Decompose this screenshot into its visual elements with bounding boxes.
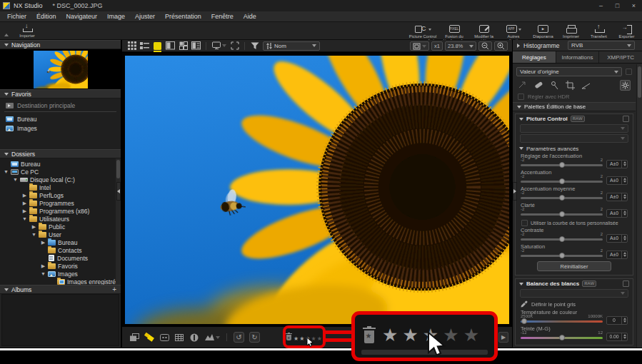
white-balance-checkbox[interactable] [623,280,629,287]
remove-rating-icon[interactable]: ★ [363,326,376,344]
palettes-header[interactable]: Palettes Édition de base [513,102,636,111]
crop-icon[interactable] [566,81,575,90]
slider-track[interactable] [521,213,603,216]
tree-scrollbar-thumb[interactable] [116,160,120,178]
zoom-level-select[interactable]: 23.8% [445,41,476,51]
import-button[interactable]: Importer [11,24,43,38]
slider-track[interactable] [521,197,603,199]
dossiers-header[interactable]: Dossiers [0,149,121,158]
spinner[interactable] [621,251,627,258]
monitor-caret-icon[interactable] [222,44,226,47]
imprimer-button[interactable]: Imprimer [557,24,585,39]
expand-arrow-icon[interactable]: ▶ [22,207,27,215]
expand-arrow-icon[interactable]: ▶ [41,262,46,270]
retouch-brush-icon[interactable] [533,81,543,90]
slider-track[interactable] [521,255,603,257]
slider-thumb[interactable] [559,195,565,201]
tree-item-images-enregistrees[interactable]: Images enregistrées [0,278,121,285]
picture-control-sub-select[interactable] [520,134,628,143]
tree-item-bureau[interactable]: Bureau [0,160,121,168]
expand-arrow-icon[interactable] [517,44,520,48]
picture-control-select[interactable] [520,124,628,133]
navigation-header[interactable]: Navigation [0,40,121,49]
slider-thumb[interactable] [559,162,565,168]
tint-slider[interactable] [521,337,603,339]
navigation-preview[interactable] [0,49,121,89]
thumbnail-grid-view-icon[interactable] [127,41,136,51]
reset-button[interactable]: Réinitialiser [537,261,611,271]
preset-checkbox[interactable] [626,69,632,75]
star-2[interactable]: ★ [402,325,418,345]
label-tags-icon[interactable] [144,333,154,343]
sort-select[interactable]: Nom [263,41,320,51]
spinner[interactable] [621,235,627,242]
collapse-arrow-icon[interactable]: ▼ [13,176,18,183]
slider-value[interactable]: A±0 [606,193,628,201]
favoris-item-destination-principale[interactable]: Destination principale [0,101,121,110]
transfert-button[interactable]: Transfert [585,24,613,39]
tree-item-utilisateurs[interactable]: ▼Utilisateurs [0,215,121,223]
collapse-arrow-icon[interactable]: ▼ [4,168,9,176]
temperature-value[interactable]: 0 [606,316,628,325]
favoris-header[interactable]: Favoris [0,89,121,98]
maximize-button[interactable]: □ [609,0,626,11]
close-button[interactable]: × [626,0,642,11]
fit-screen-button[interactable] [410,41,429,51]
image-view-icon[interactable] [153,41,162,51]
image-filmstrip-view-icon[interactable] [166,41,175,51]
tab-xmp-iptc[interactable]: XMP/IPTC [599,51,642,63]
star-5[interactable]: ★ [463,325,479,345]
star-2[interactable]: ★ [299,335,304,342]
menu-ajuster[interactable]: Ajuster [130,11,160,21]
spinner[interactable] [621,161,627,168]
spinner[interactable] [621,317,627,324]
split-list-view-icon[interactable] [191,41,201,51]
menu-aide[interactable]: Aide [239,11,261,21]
toolbar-collapse-icon[interactable] [4,34,9,36]
collapse-arrow-icon[interactable]: ▼ [31,231,36,238]
straighten-icon[interactable] [581,81,591,90]
slider-track[interactable] [521,164,603,166]
info-overlay-icon[interactable] [189,333,199,343]
custom-curve-checkbox[interactable] [521,220,528,226]
metadata-grid-icon[interactable] [174,333,184,343]
hdr-checkbox[interactable] [518,93,524,100]
slider-value[interactable]: A±0 [606,209,628,218]
exporter-button[interactable]: Exporter [613,24,641,39]
panel-scrollbar[interactable] [636,64,642,348]
panel-collapse-handle[interactable] [513,182,517,201]
zoom-out-button[interactable] [478,41,492,51]
spinner[interactable] [621,210,627,217]
color-control-point-icon[interactable] [550,81,559,90]
histogram-overlay-caret-icon[interactable] [216,336,220,339]
preset-select[interactable]: Valeur d'origine [516,67,622,76]
tree-item-user[interactable]: ▼User [0,231,121,238]
slider-thumb[interactable] [559,253,565,258]
collapse-arrow-icon[interactable] [519,118,523,121]
collapse-arrow-icon[interactable]: ▼ [22,215,27,223]
tree-item-intel[interactable]: Intel [0,183,121,191]
spinner[interactable] [621,177,627,184]
redo-button[interactable]: ↻ [249,332,260,343]
favoris-item-bureau[interactable]: Bureau [0,114,121,123]
tree-item-disque-local-c[interactable]: ▼Disque local (C:) [0,176,121,183]
frame-number-icon[interactable] [159,333,169,343]
slider-thumb[interactable] [559,211,565,217]
histogram-channel-select[interactable]: RVB [568,41,635,50]
expand-arrow-icon[interactable]: ▶ [31,223,36,231]
collapse-arrow-icon[interactable] [519,283,523,285]
picture-control-checkbox[interactable] [623,116,629,122]
expand-arrow-icon[interactable]: ▶ [41,238,46,246]
tree-scrollbar[interactable] [116,158,121,285]
tree-item-ce-pc[interactable]: ▼Ce PC [0,168,121,176]
tree-item-documents[interactable]: Documents [0,254,121,262]
star-5[interactable]: ★ [317,335,322,342]
slider-value[interactable]: A±0 [606,234,628,243]
spinner[interactable] [621,193,627,201]
favoris-item-images[interactable]: Images [0,123,121,133]
collapse-arrow-icon[interactable] [519,147,523,150]
tree-item-perflogs[interactable]: ▶PerfLogs [0,191,121,199]
spinner[interactable] [621,333,627,340]
tree-item-bureau[interactable]: ▶Bureau [0,238,121,246]
tree-item-favoris[interactable]: ▶Favoris [0,262,121,270]
